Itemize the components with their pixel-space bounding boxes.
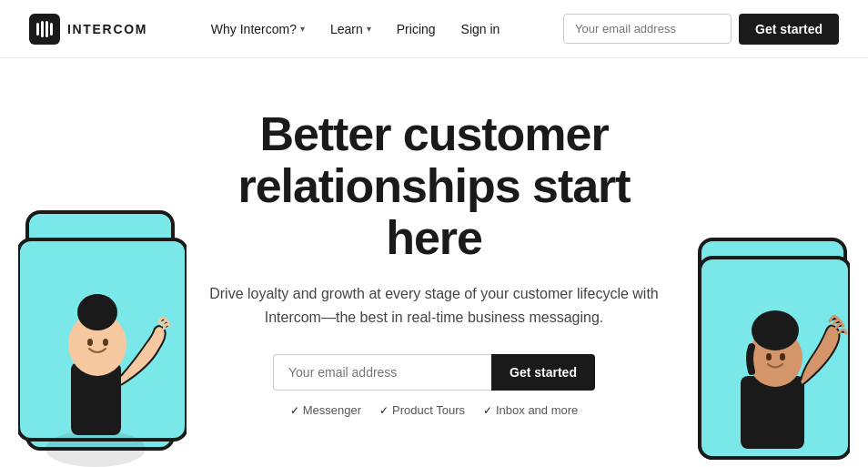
nav-item-pricing[interactable]: Pricing — [397, 21, 436, 37]
logo-icon — [29, 14, 60, 45]
chevron-down-icon: ▾ — [367, 24, 371, 34]
svg-rect-2 — [41, 21, 44, 37]
nav-item-learn[interactable]: Learn ▾ — [330, 22, 371, 36]
logo-text: INTERCOM — [67, 22, 147, 36]
svg-rect-3 — [45, 21, 48, 37]
check-icon: ✓ — [290, 404, 299, 417]
chevron-down-icon: ▾ — [300, 24, 305, 34]
svg-point-11 — [85, 294, 110, 316]
hero-subtitle: Drive loyalty and growth at every stage … — [188, 282, 680, 329]
hero-email-input[interactable] — [273, 354, 491, 391]
nav-cta: Get started — [563, 14, 839, 45]
nav-get-started-button[interactable]: Get started — [739, 14, 839, 45]
logo[interactable]: INTERCOM — [29, 14, 147, 45]
navbar: INTERCOM Why Intercom? ▾ Learn ▾ Pricing… — [0, 0, 868, 58]
svg-point-18 — [752, 310, 799, 350]
svg-point-7 — [45, 431, 146, 467]
hero-features: ✓ Messenger ✓ Product Tours ✓ Inbox and … — [188, 403, 680, 417]
svg-rect-16 — [741, 376, 804, 449]
check-icon: ✓ — [379, 404, 389, 417]
feature-product-tours: ✓ Product Tours — [379, 403, 465, 417]
feature-messenger: ✓ Messenger — [290, 403, 361, 417]
feature-inbox-more: ✓ Inbox and more — [483, 403, 578, 417]
svg-rect-4 — [50, 23, 53, 36]
hero-form: Get started — [188, 354, 680, 391]
svg-point-13 — [103, 339, 108, 346]
svg-point-12 — [87, 339, 93, 346]
svg-rect-1 — [36, 23, 39, 36]
nav-item-why-intercom[interactable]: Why Intercom? ▾ — [211, 22, 305, 36]
hero-section: Better customer relationships start here… — [0, 58, 868, 467]
svg-rect-0 — [29, 14, 60, 45]
illustration-left — [18, 194, 187, 467]
hero-content: Better customer relationships start here… — [188, 108, 680, 418]
nav-links: Why Intercom? ▾ Learn ▾ Pricing Sign in — [211, 21, 500, 37]
nav-item-signin[interactable]: Sign in — [461, 21, 500, 37]
svg-point-19 — [766, 353, 772, 360]
svg-point-20 — [780, 353, 785, 360]
nav-email-input[interactable] — [563, 14, 732, 44]
hero-title: Better customer relationships start here — [188, 108, 680, 265]
hero-get-started-button[interactable]: Get started — [491, 354, 595, 391]
check-icon: ✓ — [483, 404, 492, 417]
illustration-right — [695, 212, 850, 467]
